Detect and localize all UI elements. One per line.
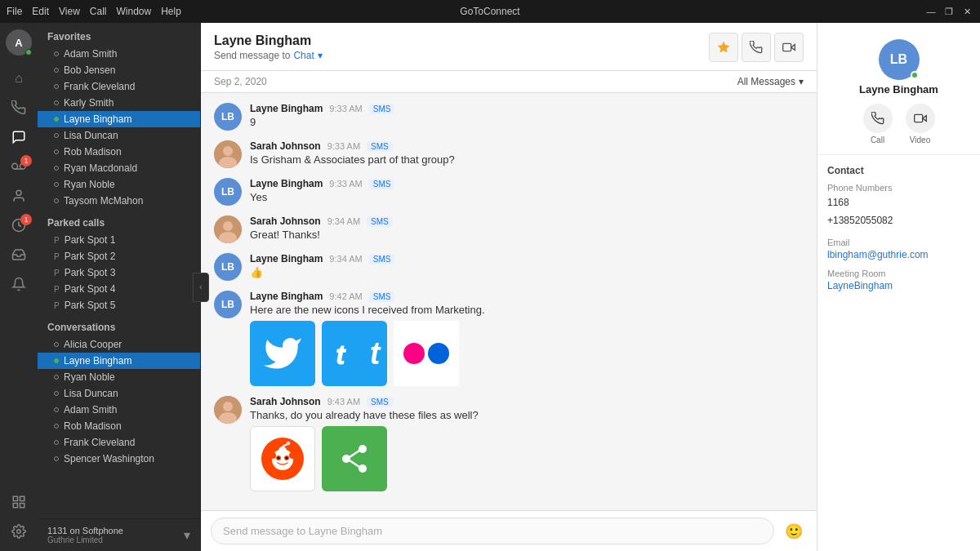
svg-point-35: [359, 445, 367, 453]
parked-calls-header: Parked calls: [38, 209, 200, 232]
conv-adam-smith[interactable]: Adam Smith: [38, 402, 200, 418]
menu-view[interactable]: View: [59, 6, 80, 17]
sidebar-item-fax[interactable]: [4, 242, 33, 268]
menu-edit[interactable]: Edit: [32, 6, 49, 17]
sidebar-item-phone[interactable]: [4, 95, 33, 121]
email-field: Email lbingham@guthrie.com: [827, 238, 970, 260]
messages-container[interactable]: LB Layne Bingham 9:33 AM SMS 9: [201, 93, 817, 510]
channel-chevron[interactable]: ▾: [318, 50, 323, 61]
contact-dot: [54, 375, 59, 380]
message-text: Here are the new icons I received from M…: [250, 304, 804, 316]
minimize-button[interactable]: —: [924, 5, 938, 18]
park-spot-1[interactable]: P Park Spot 1: [38, 232, 200, 248]
sidebar-item-contacts[interactable]: [4, 183, 33, 209]
contact-bob-jensen[interactable]: Bob Jensen: [38, 62, 200, 78]
contact-ryan-noble-fav[interactable]: Ryan Noble: [38, 176, 200, 193]
avatar: [214, 140, 242, 168]
meeting-room-value[interactable]: LayneBingham: [827, 280, 970, 291]
user-avatar[interactable]: A: [6, 29, 32, 56]
menu-file[interactable]: File: [7, 6, 22, 17]
close-button[interactable]: ✕: [960, 5, 973, 18]
message-images: [250, 426, 804, 491]
contact-lisa-duncan-fav[interactable]: Lisa Duncan: [38, 127, 200, 144]
conv-rob-madison[interactable]: Rob Madison: [38, 418, 200, 434]
channel-type[interactable]: Chat: [293, 50, 314, 61]
twitter2-image: t t: [322, 321, 387, 386]
favorite-button[interactable]: [709, 33, 738, 62]
sarah-avatar-svg: [214, 216, 242, 243]
contact-dot: [54, 51, 59, 56]
profile-video-action: Video: [906, 104, 935, 144]
conv-lisa-duncan[interactable]: Lisa Duncan: [38, 385, 200, 402]
svg-point-29: [286, 457, 288, 460]
menu-window[interactable]: Window: [117, 6, 152, 17]
avatar: [214, 216, 242, 243]
collapse-panel-button[interactable]: ‹: [193, 273, 209, 302]
message-header: Layne Bingham 9:33 AM SMS: [250, 178, 804, 189]
contact-dot: [54, 358, 59, 363]
avatar: LB: [214, 291, 242, 318]
message-sender: Sarah Johnson: [250, 216, 321, 227]
online-status-dot: [25, 49, 32, 56]
sidebar-item-apps[interactable]: [4, 489, 33, 515]
park-spot-2[interactable]: P Park Spot 2: [38, 248, 200, 264]
expand-button[interactable]: ▾: [184, 527, 190, 543]
profile-call-button[interactable]: [863, 104, 893, 133]
restore-button[interactable]: ❐: [942, 5, 956, 18]
emoji-button[interactable]: 🙂: [781, 518, 807, 544]
conv-layne-bingham[interactable]: Layne Bingham: [38, 353, 200, 369]
contact-adam-smith[interactable]: Adam Smith: [38, 46, 200, 62]
message-input[interactable]: [211, 518, 774, 544]
message-header: Layne Bingham 9:42 AM SMS: [250, 291, 804, 302]
park-spot-4[interactable]: P Park Spot 4: [38, 281, 200, 297]
contact-rob-madison-fav[interactable]: Rob Madison: [38, 144, 200, 160]
message-row: LB Layne Bingham 9:33 AM SMS 9: [214, 103, 804, 131]
park-spot-3[interactable]: P Park Spot 3: [38, 264, 200, 281]
svg-rect-41: [914, 114, 922, 122]
svg-line-38: [350, 451, 359, 457]
message-content: Layne Bingham 9:33 AM SMS 9: [250, 103, 804, 128]
svg-rect-5: [13, 496, 17, 500]
message-time: 9:34 AM: [327, 216, 360, 226]
contact-karly-smith[interactable]: Karly Smith: [38, 95, 200, 111]
message-type-badge: SMS: [367, 216, 393, 227]
title-bar: File Edit View Call Window Help GoToConn…: [0, 0, 980, 23]
sidebar-item-settings[interactable]: [4, 518, 33, 544]
conv-spencer-washington[interactable]: Spencer Washington: [38, 451, 200, 467]
contact-taysom[interactable]: Taysom McMahon: [38, 193, 200, 209]
svg-point-0: [12, 163, 18, 169]
conv-frank-cleveland[interactable]: Frank Cleveland: [38, 434, 200, 451]
video-button[interactable]: [774, 33, 804, 62]
park-spot-5[interactable]: P Park Spot 5: [38, 297, 200, 313]
contact-ryan-macdonald[interactable]: Ryan Macdonald: [38, 160, 200, 176]
svg-point-9: [17, 530, 21, 534]
sidebar-item-home[interactable]: ⌂: [4, 65, 33, 91]
svg-point-34: [289, 452, 296, 459]
phone-numbers-list: 1168 +13852055082: [827, 194, 970, 229]
message-type-badge: SMS: [369, 291, 395, 302]
profile-video-button[interactable]: [906, 104, 935, 133]
filter-dropdown[interactable]: All Messages ▾: [737, 76, 804, 87]
conv-alicia-cooper[interactable]: Alicia Cooper: [38, 336, 200, 353]
sidebar-item-ring[interactable]: [4, 271, 33, 297]
sidebar-item-recents[interactable]: 1: [4, 212, 33, 238]
contact-dot: [54, 100, 59, 105]
email-value[interactable]: lbingham@guthrie.com: [827, 249, 970, 260]
profile-name: Layne Bingham: [859, 83, 938, 96]
message-time: 9:43 AM: [327, 397, 360, 407]
meeting-room-field: Meeting Room LayneBingham: [827, 269, 970, 291]
menu-help[interactable]: Help: [161, 6, 181, 17]
call-button[interactable]: [742, 33, 771, 62]
park-icon: P: [54, 285, 60, 294]
sidebar-item-chat[interactable]: [4, 124, 33, 150]
avatar: LB: [214, 253, 242, 281]
sidebar-item-voicemail[interactable]: 1: [4, 153, 33, 180]
twitter-image: [250, 321, 315, 386]
contact-frank-cleveland[interactable]: Frank Cleveland: [38, 78, 200, 95]
sarah-avatar-svg: [214, 396, 242, 424]
svg-point-28: [278, 457, 280, 460]
contact-layne-bingham-fav[interactable]: Layne Bingham: [38, 111, 200, 127]
contact-dot: [54, 84, 59, 89]
menu-call[interactable]: Call: [90, 6, 107, 17]
conv-ryan-noble[interactable]: Ryan Noble: [38, 369, 200, 385]
